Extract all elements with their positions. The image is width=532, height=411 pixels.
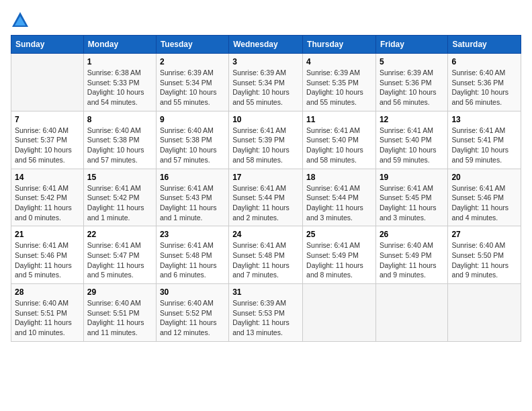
week-row-1: 1Sunrise: 6:38 AM Sunset: 5:33 PM Daylig… [11, 54, 521, 111]
day-number: 8 [87, 115, 152, 124]
day-number: 9 [160, 115, 225, 124]
calendar-cell: 2Sunrise: 6:39 AM Sunset: 5:34 PM Daylig… [156, 54, 228, 111]
day-info: Sunrise: 6:41 AM Sunset: 5:40 PM Dayligh… [380, 126, 444, 165]
day-number: 25 [306, 230, 372, 239]
calendar-cell: 4Sunrise: 6:39 AM Sunset: 5:35 PM Daylig… [303, 54, 376, 111]
calendar-cell [303, 284, 376, 342]
calendar-cell: 14Sunrise: 6:41 AM Sunset: 5:42 PM Dayli… [11, 169, 84, 226]
calendar-cell: 12Sunrise: 6:41 AM Sunset: 5:40 PM Dayli… [375, 111, 447, 169]
calendar-cell: 7Sunrise: 6:40 AM Sunset: 5:37 PM Daylig… [11, 111, 84, 169]
day-info: Sunrise: 6:39 AM Sunset: 5:34 PM Dayligh… [160, 68, 225, 107]
day-number: 11 [306, 115, 372, 124]
calendar-cell: 5Sunrise: 6:39 AM Sunset: 5:36 PM Daylig… [375, 54, 447, 111]
day-number: 22 [87, 230, 152, 239]
column-header-wednesday: Wednesday [229, 36, 303, 54]
day-number: 24 [232, 230, 299, 239]
calendar-cell: 13Sunrise: 6:41 AM Sunset: 5:41 PM Dayli… [448, 111, 521, 169]
day-number: 3 [232, 57, 299, 66]
day-info: Sunrise: 6:41 AM Sunset: 5:48 PM Dayligh… [232, 240, 299, 280]
calendar-cell: 22Sunrise: 6:41 AM Sunset: 5:47 PM Dayli… [83, 226, 156, 284]
day-info: Sunrise: 6:41 AM Sunset: 5:39 PM Dayligh… [232, 126, 299, 165]
column-header-friday: Friday [375, 36, 447, 54]
day-number: 1 [87, 57, 152, 66]
day-number: 2 [160, 57, 225, 66]
day-info: Sunrise: 6:41 AM Sunset: 5:44 PM Dayligh… [232, 183, 299, 223]
logo-icon [11, 11, 30, 30]
day-number: 23 [160, 230, 225, 239]
calendar-cell: 11Sunrise: 6:41 AM Sunset: 5:40 PM Dayli… [303, 111, 376, 169]
calendar-cell: 15Sunrise: 6:41 AM Sunset: 5:42 PM Dayli… [83, 169, 156, 226]
week-row-3: 14Sunrise: 6:41 AM Sunset: 5:42 PM Dayli… [11, 169, 521, 226]
column-header-thursday: Thursday [303, 36, 376, 54]
calendar-cell: 28Sunrise: 6:40 AM Sunset: 5:51 PM Dayli… [11, 284, 84, 342]
day-number: 6 [451, 57, 517, 66]
day-number: 13 [451, 115, 517, 124]
calendar-cell: 10Sunrise: 6:41 AM Sunset: 5:39 PM Dayli… [229, 111, 303, 169]
column-header-monday: Monday [83, 36, 156, 54]
calendar-cell: 9Sunrise: 6:40 AM Sunset: 5:38 PM Daylig… [156, 111, 228, 169]
week-row-4: 21Sunrise: 6:41 AM Sunset: 5:46 PM Dayli… [11, 226, 521, 284]
day-info: Sunrise: 6:41 AM Sunset: 5:41 PM Dayligh… [451, 126, 517, 165]
day-number: 31 [232, 287, 299, 297]
day-number: 15 [87, 173, 152, 182]
calendar-cell: 24Sunrise: 6:41 AM Sunset: 5:48 PM Dayli… [229, 226, 303, 284]
logo [11, 11, 32, 30]
column-header-tuesday: Tuesday [156, 36, 228, 54]
day-info: Sunrise: 6:41 AM Sunset: 5:42 PM Dayligh… [87, 183, 152, 223]
day-number: 27 [451, 230, 517, 239]
day-info: Sunrise: 6:40 AM Sunset: 5:36 PM Dayligh… [451, 68, 517, 107]
calendar-cell: 17Sunrise: 6:41 AM Sunset: 5:44 PM Dayli… [229, 169, 303, 226]
day-number: 28 [15, 287, 80, 297]
day-info: Sunrise: 6:41 AM Sunset: 5:47 PM Dayligh… [87, 240, 152, 280]
day-info: Sunrise: 6:41 AM Sunset: 5:48 PM Dayligh… [160, 240, 225, 280]
calendar-cell [11, 54, 84, 111]
day-info: Sunrise: 6:40 AM Sunset: 5:38 PM Dayligh… [160, 126, 225, 165]
page-header [11, 11, 521, 30]
calendar-cell: 23Sunrise: 6:41 AM Sunset: 5:48 PM Dayli… [156, 226, 228, 284]
day-info: Sunrise: 6:40 AM Sunset: 5:52 PM Dayligh… [160, 298, 225, 338]
calendar-cell: 19Sunrise: 6:41 AM Sunset: 5:45 PM Dayli… [375, 169, 447, 226]
day-number: 5 [380, 57, 444, 66]
day-info: Sunrise: 6:39 AM Sunset: 5:34 PM Dayligh… [232, 68, 299, 107]
day-info: Sunrise: 6:41 AM Sunset: 5:43 PM Dayligh… [160, 183, 225, 223]
calendar-cell: 1Sunrise: 6:38 AM Sunset: 5:33 PM Daylig… [83, 54, 156, 111]
calendar-cell: 18Sunrise: 6:41 AM Sunset: 5:44 PM Dayli… [303, 169, 376, 226]
column-header-saturday: Saturday [448, 36, 521, 54]
day-info: Sunrise: 6:40 AM Sunset: 5:50 PM Dayligh… [451, 240, 517, 280]
calendar-cell: 30Sunrise: 6:40 AM Sunset: 5:52 PM Dayli… [156, 284, 228, 342]
day-number: 4 [306, 57, 372, 66]
day-info: Sunrise: 6:41 AM Sunset: 5:46 PM Dayligh… [15, 240, 80, 280]
day-number: 20 [451, 173, 517, 182]
day-number: 7 [15, 115, 80, 124]
calendar-cell: 16Sunrise: 6:41 AM Sunset: 5:43 PM Dayli… [156, 169, 228, 226]
day-info: Sunrise: 6:41 AM Sunset: 5:46 PM Dayligh… [451, 183, 517, 223]
day-number: 21 [15, 230, 80, 239]
header-row: SundayMondayTuesdayWednesdayThursdayFrid… [11, 36, 521, 54]
day-info: Sunrise: 6:40 AM Sunset: 5:37 PM Dayligh… [15, 126, 80, 165]
calendar-table: SundayMondayTuesdayWednesdayThursdayFrid… [11, 35, 521, 342]
day-info: Sunrise: 6:40 AM Sunset: 5:51 PM Dayligh… [15, 298, 80, 338]
day-number: 30 [160, 287, 225, 297]
day-info: Sunrise: 6:41 AM Sunset: 5:44 PM Dayligh… [306, 183, 372, 223]
day-number: 29 [87, 287, 152, 297]
day-info: Sunrise: 6:41 AM Sunset: 5:49 PM Dayligh… [306, 240, 372, 280]
day-number: 16 [160, 173, 225, 182]
day-info: Sunrise: 6:40 AM Sunset: 5:49 PM Dayligh… [380, 240, 444, 280]
calendar-cell: 3Sunrise: 6:39 AM Sunset: 5:34 PM Daylig… [229, 54, 303, 111]
week-row-2: 7Sunrise: 6:40 AM Sunset: 5:37 PM Daylig… [11, 111, 521, 169]
calendar-cell: 6Sunrise: 6:40 AM Sunset: 5:36 PM Daylig… [448, 54, 521, 111]
calendar-cell [448, 284, 521, 342]
calendar-cell: 8Sunrise: 6:40 AM Sunset: 5:38 PM Daylig… [83, 111, 156, 169]
day-info: Sunrise: 6:40 AM Sunset: 5:38 PM Dayligh… [87, 126, 152, 165]
calendar-cell: 26Sunrise: 6:40 AM Sunset: 5:49 PM Dayli… [375, 226, 447, 284]
day-info: Sunrise: 6:41 AM Sunset: 5:40 PM Dayligh… [306, 126, 372, 165]
day-info: Sunrise: 6:40 AM Sunset: 5:51 PM Dayligh… [87, 298, 152, 338]
day-info: Sunrise: 6:41 AM Sunset: 5:45 PM Dayligh… [380, 183, 444, 223]
calendar-cell: 29Sunrise: 6:40 AM Sunset: 5:51 PM Dayli… [83, 284, 156, 342]
day-number: 12 [380, 115, 444, 124]
column-header-sunday: Sunday [11, 36, 84, 54]
calendar-cell: 25Sunrise: 6:41 AM Sunset: 5:49 PM Dayli… [303, 226, 376, 284]
day-number: 18 [306, 173, 372, 182]
calendar-cell: 21Sunrise: 6:41 AM Sunset: 5:46 PM Dayli… [11, 226, 84, 284]
calendar-cell: 27Sunrise: 6:40 AM Sunset: 5:50 PM Dayli… [448, 226, 521, 284]
